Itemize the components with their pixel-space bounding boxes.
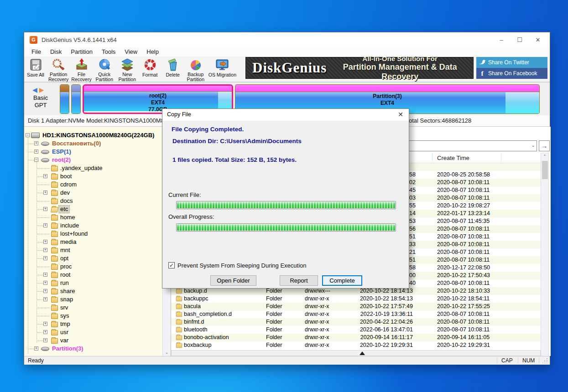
file-row-bacula[interactable]: baculaFolderdrwxr-xr-x2020-10-22 17:57:4…	[171, 303, 541, 310]
expand-icon[interactable]: +	[43, 289, 47, 293]
tree-item-share[interactable]: +share	[25, 287, 162, 295]
share-on-twitter-button[interactable]: Share On Twitter	[476, 57, 547, 68]
column-header-create-time[interactable]: Create Time	[437, 155, 469, 161]
nav-right-icon[interactable]: ▶	[39, 86, 44, 93]
dialog-close-icon[interactable]: ✕	[398, 111, 403, 118]
expand-icon[interactable]: +	[43, 223, 47, 227]
scroll-up-icon[interactable]: ⌃	[541, 153, 548, 160]
file-row-bash_completion.d[interactable]: bash_completion.dFolderdrwxr-xr-x2022-10…	[171, 310, 541, 318]
tree-item-var[interactable]: +var	[25, 336, 162, 345]
horizontal-scrollbar[interactable]	[171, 350, 541, 356]
expand-icon[interactable]: +	[43, 174, 47, 178]
list-scroll-thumb[interactable]	[542, 161, 548, 179]
expand-icon[interactable]: +	[43, 338, 47, 342]
expand-icon[interactable]: +	[43, 281, 47, 285]
go-button[interactable]: →	[539, 140, 550, 151]
tree-item-boot[interactable]: +boot	[25, 172, 162, 181]
complete-button[interactable]: Complete	[322, 275, 362, 286]
resize-grip[interactable]	[542, 358, 548, 363]
tree-item-tmp[interactable]: +tmp	[25, 320, 162, 328]
column-separator[interactable]	[501, 154, 501, 162]
close-button[interactable]: ✕	[529, 32, 547, 47]
tree-item-lost-found[interactable]: lost+found	[25, 230, 162, 238]
toolbar-partition-recovery[interactable]: Partition Recovery	[47, 57, 70, 82]
menu-file[interactable]: File	[27, 47, 46, 56]
tree-item-esp-1-[interactable]: +ESP(1)	[25, 148, 162, 156]
tree-item-proc[interactable]: proc	[25, 263, 162, 271]
tree-item--yandex-update[interactable]: .yandex_update	[25, 164, 162, 172]
expand-icon[interactable]: +	[43, 240, 47, 244]
tree-item-docs[interactable]: docs	[25, 197, 162, 205]
expand-icon[interactable]: +	[43, 297, 47, 301]
file-modify-time: 2020-09-14 16:11:17	[340, 334, 413, 340]
expand-icon[interactable]: +	[43, 322, 47, 326]
file-row-bluetooth[interactable]: bluetoothFolderdrwxr-xr-x2022-06-16 13:4…	[171, 326, 541, 334]
tree-item-snap[interactable]: +snap	[25, 295, 162, 304]
toolbar-format[interactable]: Format	[139, 57, 162, 82]
tree-item-home[interactable]: home	[25, 213, 162, 222]
report-button[interactable]: Report	[280, 275, 318, 286]
toolbar-delete[interactable]: Delete	[162, 57, 184, 82]
toolbar-new-partition[interactable]: New Partition	[116, 57, 139, 82]
scroll-down-icon[interactable]: ⌄	[163, 349, 171, 356]
tree-item-mnt[interactable]: +mnt	[25, 246, 162, 254]
menu-partition[interactable]: Partition	[66, 47, 97, 56]
toolbar-os-migration[interactable]: OS Migration	[207, 57, 238, 82]
column-separator[interactable]	[432, 154, 433, 162]
toolbar-file-recovery[interactable]: File Recovery	[70, 57, 93, 82]
maximize-button[interactable]: ☐	[511, 32, 529, 47]
toolbar-save-all[interactable]: Save All	[24, 57, 47, 82]
file-row-binfmt.d[interactable]: binfmt.dFolderdrwxr-xr-x2020-04-22 12:04…	[171, 318, 541, 326]
partition-segment[interactable]	[60, 84, 69, 114]
tree-item-etc[interactable]: +etc	[25, 205, 162, 213]
list-scrollbar[interactable]: ⌃ ⌄	[541, 153, 549, 361]
menu-view[interactable]: View	[120, 47, 142, 56]
tree-item-srv[interactable]: srv	[25, 304, 162, 312]
menu-disk[interactable]: Disk	[46, 47, 66, 56]
collapse-icon[interactable]: −	[34, 158, 38, 162]
tree-item-partition-3-[interactable]: +Partition(3)	[25, 345, 162, 353]
tree-item-opt[interactable]: +opt	[25, 254, 162, 263]
partition-nav[interactable]: ◀ ▶	[32, 86, 44, 93]
share-on-facebook-button[interactable]: fShare On Facebook	[476, 68, 547, 79]
expand-icon[interactable]: +	[43, 256, 47, 260]
file-row-backuppc[interactable]: backuppcFolderdrwxr-xr-x2020-10-22 18:54…	[171, 295, 541, 303]
toolbar-quick-partition[interactable]: Quick Partition	[93, 57, 116, 82]
file-row-boxbackup[interactable]: boxbackupFolderdrwxr-xr-x2020-10-22 19:2…	[171, 341, 541, 349]
tree-item-run[interactable]: +run	[25, 279, 162, 287]
toolbar-backup-partition[interactable]: Backup Partition	[184, 57, 207, 82]
tree-item-cdrom[interactable]: cdrom	[25, 181, 162, 189]
tree-item-root[interactable]: +root	[25, 271, 162, 279]
menu-help[interactable]: Help	[142, 47, 163, 56]
tree-item-media[interactable]: +media	[25, 238, 162, 246]
expand-icon[interactable]: +	[34, 141, 38, 145]
expand-icon[interactable]: +	[43, 191, 47, 195]
expand-icon[interactable]: +	[43, 248, 47, 252]
splitter-handle-icon[interactable]	[360, 351, 365, 355]
tree-item-hd1-kingstonsa1000m8240g-224gb-[interactable]: −HD1:KINGSTONSA1000M8240G(224GB)	[25, 131, 162, 139]
open-folder-button[interactable]: Open Folder	[210, 275, 256, 286]
file-row-bonobo-activation[interactable]: bonobo-activationFolderdrwxr-xr-x2020-09…	[171, 334, 541, 341]
expand-icon[interactable]: +	[43, 207, 47, 211]
tree-item-label: boot	[59, 173, 73, 180]
tree-item-dev[interactable]: +dev	[25, 189, 162, 197]
dialog-title-bar[interactable]: Copy File ✕	[162, 109, 409, 121]
chevron-down-icon[interactable]: ⌄	[532, 143, 535, 148]
expand-icon[interactable]: +	[43, 273, 47, 277]
expand-icon[interactable]: +	[34, 346, 38, 351]
menu-tools[interactable]: Tools	[97, 47, 120, 56]
prevent-sleep-checkbox[interactable]: ✓	[168, 262, 175, 268]
title-bar[interactable]: G DiskGenius V5.4.6.1441 x64 – ☐ ✕	[24, 32, 550, 47]
toolbar-label: Delete	[166, 72, 180, 77]
expand-icon[interactable]: +	[43, 330, 47, 334]
nav-left-icon[interactable]: ◀	[32, 86, 37, 93]
tree-item-sys[interactable]: sys	[25, 312, 162, 320]
collapse-icon[interactable]: −	[26, 133, 30, 137]
expand-icon[interactable]: +	[34, 150, 38, 154]
partition-segment[interactable]	[71, 84, 81, 114]
minimize-button[interactable]: –	[492, 32, 511, 47]
tree-item-include[interactable]: +include	[25, 222, 162, 230]
tree-item-восстановить-0-[interactable]: +Восстановить(0)	[25, 139, 162, 148]
tree-item-usr[interactable]: +usr	[25, 328, 162, 336]
tree-item-root-2-[interactable]: −root(2)	[25, 156, 162, 164]
